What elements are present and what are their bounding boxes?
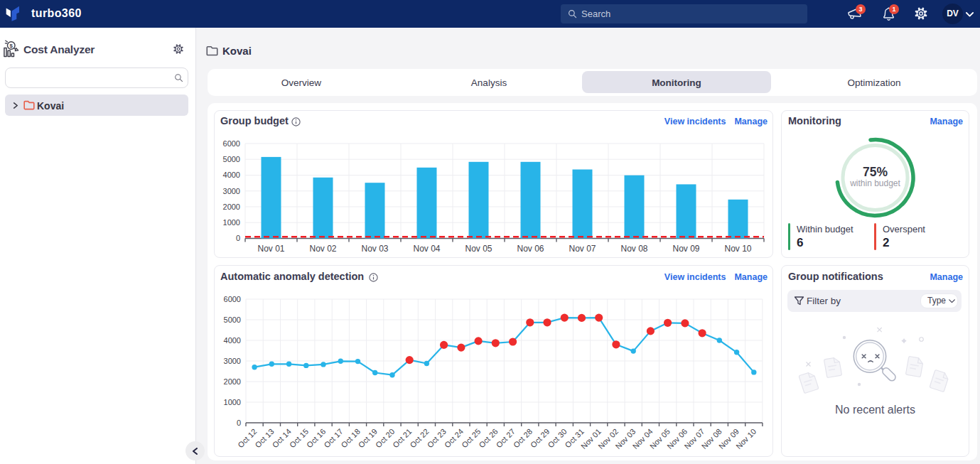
svg-text:Nov 03: Nov 03 (361, 244, 388, 254)
svg-text:Nov 10: Nov 10 (724, 244, 751, 254)
svg-text:$: $ (10, 43, 14, 49)
svg-text:within budget: within budget (849, 178, 900, 188)
svg-text:Nov 01: Nov 01 (257, 244, 284, 254)
svg-text:6000: 6000 (224, 295, 241, 303)
svg-text:1000: 1000 (224, 398, 241, 406)
svg-text:5000: 5000 (224, 315, 241, 324)
svg-text:Nov 06: Nov 06 (517, 244, 544, 254)
svg-text:4000: 4000 (224, 336, 241, 345)
svg-text:Nov 05: Nov 05 (465, 244, 492, 254)
svg-text:4000: 4000 (223, 171, 240, 179)
svg-text:3000: 3000 (223, 187, 240, 195)
svg-text:Nov 07: Nov 07 (569, 244, 596, 254)
svg-text:Nov 09: Nov 09 (672, 244, 699, 254)
svg-text:5000: 5000 (223, 155, 240, 163)
svg-text:3000: 3000 (224, 357, 241, 365)
svg-text:0: 0 (237, 419, 241, 427)
svg-text:Nov 02: Nov 02 (309, 244, 336, 254)
svg-text:0: 0 (236, 234, 240, 242)
svg-text:75%: 75% (863, 165, 888, 179)
svg-text:2000: 2000 (223, 203, 240, 211)
svg-text:2000: 2000 (224, 377, 241, 386)
svg-text:1000: 1000 (223, 218, 240, 227)
svg-text:Nov 04: Nov 04 (413, 244, 440, 254)
svg-text:6000: 6000 (223, 139, 240, 148)
svg-text:Nov 08: Nov 08 (620, 244, 647, 254)
